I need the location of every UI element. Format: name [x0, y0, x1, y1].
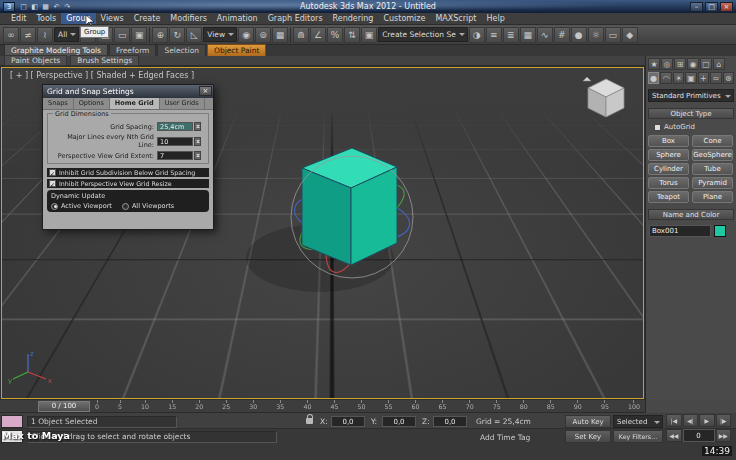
rendered-frame-icon[interactable]: ▭	[605, 27, 621, 43]
menu-customize[interactable]: Customize	[378, 13, 430, 24]
set-key-button[interactable]: Set Key	[565, 430, 611, 443]
maxscript-listener-macro[interactable]	[1, 415, 23, 428]
viewcube[interactable]	[579, 73, 631, 125]
material-editor-icon[interactable]: ●	[571, 27, 587, 43]
spinner-snap-icon[interactable]: ⇅	[344, 27, 360, 43]
curve-editor-icon[interactable]: ∿	[537, 27, 553, 43]
pivot-center-icon[interactable]: ◉	[238, 27, 254, 43]
grid-spacing-field[interactable]: 25,4cm	[157, 122, 193, 131]
schematic-view-icon[interactable]: #	[554, 27, 570, 43]
select-move-icon[interactable]: ⊕	[152, 27, 168, 43]
time-slider-handle[interactable]: 0 / 100	[38, 401, 90, 412]
prev-frame-button[interactable]: ◀|	[683, 414, 699, 427]
z-coord-field[interactable]: 0,0	[433, 416, 467, 427]
menu-edit[interactable]: Edit	[6, 13, 32, 24]
next-frame-button[interactable]: |▶	[716, 414, 732, 427]
ribbon-panel-brush-settings[interactable]: Brush Settings	[70, 55, 139, 66]
cone-button[interactable]: Cone	[692, 135, 733, 147]
all-viewports-radio[interactable]: All Viewports	[122, 202, 174, 210]
y-coord-field[interactable]: 0,0	[382, 416, 416, 427]
snap-toggle-icon[interactable]: ⋒	[293, 27, 309, 43]
unlink-icon[interactable]: ≠	[20, 27, 36, 43]
app-logo-icon[interactable]: 3	[3, 2, 15, 12]
play-button[interactable]: ▶	[699, 414, 715, 427]
primitives-dropdown[interactable]: Standard Primitives	[648, 89, 734, 102]
object-color-swatch[interactable]	[714, 225, 726, 237]
x-coord-field[interactable]: 0,0	[331, 416, 365, 427]
inhibit-resize-checkbox[interactable]: ✓	[49, 180, 56, 187]
menu-graph-editors[interactable]: Graph Editors	[263, 13, 328, 24]
major-lines-spinner[interactable]	[194, 137, 201, 146]
ribbon-tab-object-paint[interactable]: Object Paint	[207, 44, 266, 56]
helpers-category-icon[interactable]: +	[698, 72, 709, 84]
box-button[interactable]: Box	[648, 135, 689, 147]
menu-maxscript[interactable]: MAXScript	[430, 13, 481, 24]
render-production-icon[interactable]: ◆	[622, 27, 638, 43]
inhibit-subdivision-checkbox[interactable]: ✓	[49, 169, 56, 176]
key-mode-dropdown[interactable]: Selected	[613, 415, 663, 428]
cylinder-button[interactable]: Cylinder	[648, 163, 689, 175]
geometry-category-icon[interactable]: ●	[648, 72, 659, 84]
menu-rendering[interactable]: Rendering	[328, 13, 379, 24]
motion-tab-icon[interactable]: ◉	[687, 58, 699, 70]
systems-category-icon[interactable]: ⊛	[723, 72, 734, 84]
cameras-category-icon[interactable]: ▣	[685, 72, 696, 84]
go-to-start-button[interactable]: |◀	[666, 414, 682, 427]
go-to-end-button[interactable]: ▶▶	[716, 429, 732, 442]
tab-options[interactable]: Options	[74, 98, 110, 109]
dialog-close-icon[interactable]: ×	[199, 86, 212, 96]
angle-snap-icon[interactable]: ∠	[310, 27, 326, 43]
save-file-icon[interactable]: ▦	[40, 2, 51, 12]
menu-tools[interactable]: Tools	[32, 13, 62, 24]
name-color-rollout[interactable]: Name and Color	[648, 209, 734, 220]
close-button[interactable]: ×	[720, 2, 733, 12]
keyboard-override-icon[interactable]: ▦	[272, 27, 288, 43]
ref-coord-dropdown[interactable]: View	[203, 27, 237, 42]
align-icon[interactable]: ≡	[486, 27, 502, 43]
space-warps-category-icon[interactable]: ≈	[710, 72, 721, 84]
mirror-icon[interactable]: ◑	[469, 27, 485, 43]
modify-tab-icon[interactable]: ◎	[661, 58, 673, 70]
current-frame-field[interactable]: 0	[683, 429, 715, 442]
redo-icon[interactable]: ↷	[62, 2, 73, 12]
ribbon-tab-selection[interactable]: Selection	[157, 44, 206, 56]
grid-spacing-spinner[interactable]	[194, 122, 201, 131]
lights-category-icon[interactable]: ☀	[673, 72, 684, 84]
torus-button[interactable]: Torus	[648, 177, 689, 189]
selection-set-dropdown[interactable]: Create Selection Se	[378, 27, 468, 42]
timeline[interactable]: 0 5 10 15 20 25 30 35 40 45 50 55 60 65 …	[0, 400, 645, 413]
grid-extent-spinner[interactable]	[194, 151, 201, 160]
bind-space-warp-icon[interactable]: ≀	[37, 27, 53, 43]
ribbon-toggle-icon[interactable]: ▦	[520, 27, 536, 43]
auto-key-button[interactable]: Auto Key	[565, 415, 611, 428]
layer-manager-icon[interactable]: ≣	[503, 27, 519, 43]
plane-button[interactable]: Plane	[692, 191, 733, 203]
selection-filter-dropdown[interactable]: All	[54, 27, 79, 42]
utilities-tab-icon[interactable]: ⌂	[713, 58, 725, 70]
menu-views[interactable]: Views	[96, 13, 129, 24]
object-type-rollout[interactable]: Object Type	[648, 108, 734, 119]
create-tab-icon[interactable]: ★	[648, 58, 660, 70]
menu-animation[interactable]: Animation	[212, 13, 263, 24]
grid-extent-field[interactable]: 7	[157, 151, 193, 160]
teapot-button[interactable]: Teapot	[648, 191, 689, 203]
percent-snap-icon[interactable]: %	[327, 27, 343, 43]
menu-help[interactable]: Help	[482, 13, 510, 24]
render-setup-icon[interactable]: ☼	[588, 27, 604, 43]
shapes-category-icon[interactable]: ◠	[660, 72, 671, 84]
menu-create[interactable]: Create	[129, 13, 166, 24]
maximize-button[interactable]: □	[705, 2, 718, 12]
tab-user-grids[interactable]: User Grids	[160, 98, 205, 109]
viewport-label[interactable]: [ + ] [ Perspective ] [ Shaded + Edged F…	[10, 71, 194, 80]
open-file-icon[interactable]: ◧	[29, 2, 40, 12]
window-crossing-icon[interactable]: ▣	[131, 27, 147, 43]
rect-selection-icon[interactable]: ▭	[114, 27, 130, 43]
display-tab-icon[interactable]: ▢	[700, 58, 712, 70]
dialog-title-bar[interactable]: Grid and Snap Settings ×	[43, 85, 213, 98]
named-sets-icon[interactable]: ▣	[361, 27, 377, 43]
object-name-field[interactable]: Box001	[649, 225, 711, 237]
tube-button[interactable]: Tube	[692, 163, 733, 175]
minimize-button[interactable]: –	[690, 2, 703, 12]
ribbon-panel-paint-objects[interactable]: Paint Objects	[4, 55, 67, 66]
pyramid-button[interactable]: Pyramid	[692, 177, 733, 189]
